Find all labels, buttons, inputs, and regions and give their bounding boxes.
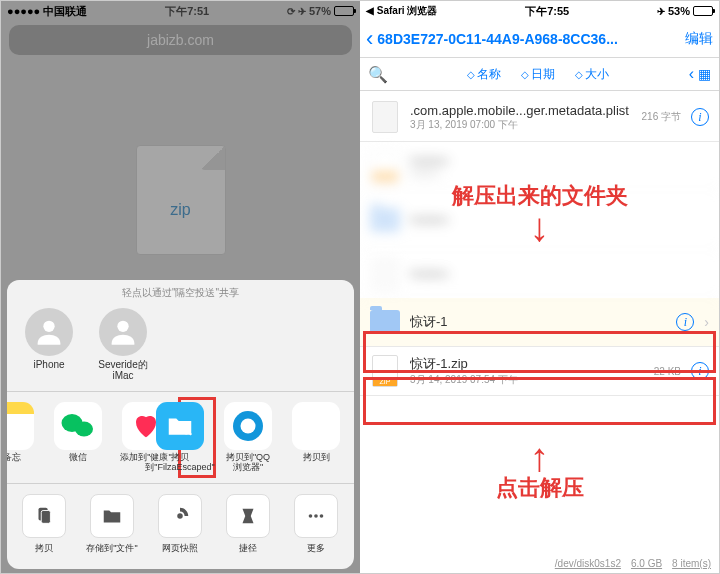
airdrop-imac[interactable]: Severide的 iMac	[95, 308, 151, 381]
file-list: .com.apple.mobile...ger.metadata.plist 3…	[360, 91, 719, 396]
filza-icon	[156, 402, 204, 450]
action-save-files[interactable]: 存储到"文件"	[81, 494, 143, 555]
disk-path: /dev/disk0s1s2	[555, 558, 621, 569]
shortcuts-icon	[226, 494, 270, 538]
action-row: 拷贝 存储到"文件" 网页快照 捷径 更多	[7, 484, 354, 569]
action-copy[interactable]: 拷贝	[13, 494, 75, 555]
action-label: 存储到"文件"	[86, 542, 137, 555]
arrow-up-icon: ↑	[360, 441, 719, 473]
wechat-icon	[54, 402, 102, 450]
snapshot-icon	[158, 494, 202, 538]
back-chevron-icon[interactable]: ‹	[366, 26, 373, 52]
person-icon	[99, 308, 147, 356]
blurred-row: hidden	[360, 250, 719, 298]
annotation-bottom: ↑ 点击解压	[360, 441, 719, 503]
info-icon[interactable]: i	[691, 362, 709, 380]
info-icon[interactable]: i	[691, 108, 709, 126]
copy-icon	[22, 494, 66, 538]
file-size: 216 字节	[642, 110, 681, 124]
share-app-filza[interactable]: 拷贝 到"FilzaEscaped"	[149, 402, 211, 473]
action-label: 更多	[307, 542, 325, 555]
svg-point-11	[309, 514, 313, 518]
sort-by-size[interactable]: 大小	[567, 66, 617, 83]
file-meta: 3月 14, 2019 07:54 下午	[410, 373, 644, 387]
airdrop-row: iPhone Severide的 iMac	[7, 304, 354, 392]
file-row-folder[interactable]: 惊讶-1 i ›	[360, 298, 719, 347]
file-name: 惊讶-1	[410, 313, 666, 331]
chevron-right-icon: ›	[704, 314, 709, 330]
notes-icon	[7, 402, 34, 450]
app-label: 拷贝到	[303, 453, 330, 473]
share-sheet: 轻点以通过"隔空投送"共享 iPhone Severide的 iMac "备忘 …	[7, 280, 354, 569]
sort-toolbar: 🔍 名称 日期 大小 ‹ ▦	[360, 57, 719, 91]
svg-point-10	[177, 513, 183, 519]
battery-percent: 53%	[668, 5, 690, 17]
share-app-wechat[interactable]: 微信	[47, 402, 109, 473]
battery-icon	[693, 6, 713, 16]
action-label: 捷径	[239, 542, 257, 555]
nav-bar: ‹ 68D3E727-0C11-44A9-A968-8CC36... 编辑	[360, 21, 719, 57]
file-name: .com.apple.mobile...ger.metadata.plist	[410, 103, 632, 118]
status-icons: ✈︎	[657, 6, 665, 17]
blurred-row: hiddenhidden	[360, 142, 719, 190]
view-toggle[interactable]: ▦	[698, 66, 711, 82]
status-right: ✈︎ 53%	[657, 5, 713, 17]
svg-point-1	[117, 321, 128, 332]
airdrop-label: Severide的 iMac	[98, 359, 147, 381]
action-snapshot[interactable]: 网页快照	[149, 494, 211, 555]
sort-by-date[interactable]: 日期	[513, 66, 563, 83]
person-icon	[25, 308, 73, 356]
share-app-notes[interactable]: "备忘	[7, 402, 41, 473]
phone-left-screenshot: ●●●●● 中国联通 下午7:51 ⟳ ✈︎ 57% jabizb.com zi…	[1, 1, 360, 573]
svg-point-0	[43, 321, 54, 332]
nav-chevron-icon[interactable]: ‹	[689, 65, 694, 83]
app-label: "备忘	[7, 453, 21, 473]
item-count: 8 item(s)	[672, 558, 711, 569]
file-row-plist[interactable]: .com.apple.mobile...ger.metadata.plist 3…	[360, 93, 719, 142]
file-size: 22 KB	[654, 366, 681, 377]
zip-icon	[370, 353, 400, 389]
file-meta: 3月 13, 2019 07:00 下午	[410, 118, 632, 132]
action-shortcuts[interactable]: 捷径	[217, 494, 279, 555]
action-label: 网页快照	[162, 542, 198, 555]
info-icon[interactable]: i	[676, 313, 694, 331]
blurred-row: hidden	[360, 190, 719, 250]
nav-title[interactable]: 68D3E727-0C11-44A9-A968-8CC36...	[377, 31, 681, 47]
status-bar: ◀ Safari 浏览器 下午7:55 ✈︎ 53%	[360, 1, 719, 21]
folder-icon	[90, 494, 134, 538]
svg-point-12	[314, 514, 318, 518]
more-icon	[294, 494, 338, 538]
plist-icon	[370, 99, 400, 135]
app-icon	[292, 402, 340, 450]
back-to-safari[interactable]: ◀ Safari 浏览器	[366, 4, 437, 18]
sort-by-name[interactable]: 名称	[459, 66, 509, 83]
share-hint: 轻点以通过"隔空投送"共享	[7, 286, 354, 304]
edit-button[interactable]: 编辑	[685, 30, 713, 48]
app-label: 微信	[69, 453, 87, 473]
svg-rect-9	[41, 511, 50, 524]
app-label: 拷贝到"QQ 浏览器"	[226, 453, 270, 473]
share-app-generic[interactable]: 拷贝到	[285, 402, 347, 473]
share-app-row: "备忘 微信 添加到"健康" 拷贝 到"FilzaEscaped" 拷贝到"QQ…	[7, 392, 354, 484]
svg-point-7	[241, 419, 256, 434]
status-time: 下午7:55	[437, 4, 657, 19]
annotation-text: 点击解压	[360, 473, 719, 503]
app-label: 拷贝 到"FilzaEscaped"	[145, 453, 214, 473]
red-highlight-filza: 拷贝 到"FilzaEscaped"	[178, 397, 216, 478]
svg-point-13	[320, 514, 324, 518]
disk-footer: /dev/disk0s1s2 6.0 GB 8 item(s)	[555, 558, 711, 569]
qq-browser-icon	[224, 402, 272, 450]
action-more[interactable]: 更多	[285, 494, 347, 555]
file-name: 惊讶-1.zip	[410, 355, 644, 373]
search-icon[interactable]: 🔍	[368, 65, 388, 84]
svg-point-3	[75, 422, 93, 437]
action-label: 拷贝	[35, 542, 53, 555]
disk-free: 6.0 GB	[631, 558, 662, 569]
airdrop-iphone[interactable]: iPhone	[21, 308, 77, 381]
share-app-qq[interactable]: 拷贝到"QQ 浏览器"	[217, 402, 279, 473]
airdrop-label: iPhone	[33, 359, 64, 370]
file-row-zip[interactable]: 惊讶-1.zip 3月 14, 2019 07:54 下午 22 KB i	[360, 347, 719, 396]
folder-icon	[370, 304, 400, 340]
phone-right-screenshot: ◀ Safari 浏览器 下午7:55 ✈︎ 53% ‹ 68D3E727-0C…	[360, 1, 719, 573]
